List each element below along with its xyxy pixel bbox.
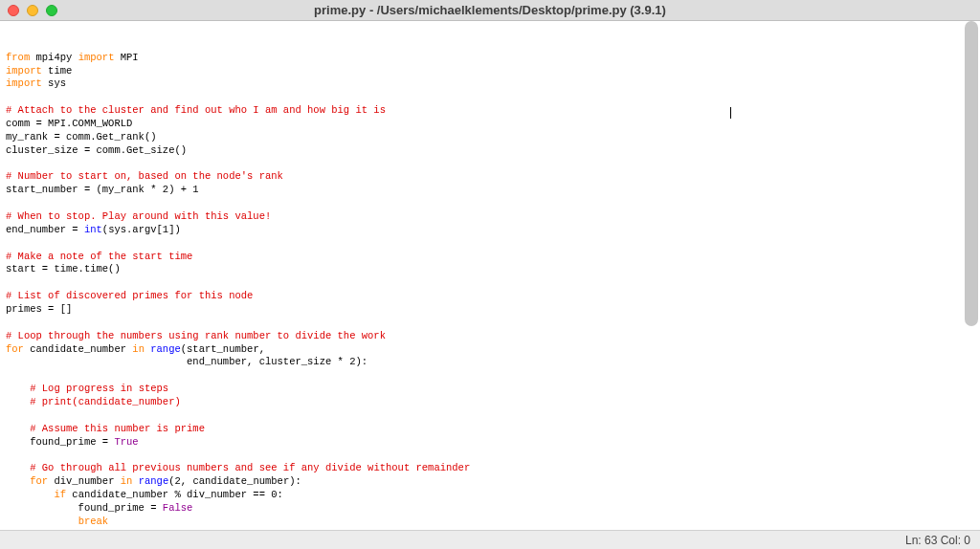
code-line[interactable]: import sys — [6, 77, 974, 91]
code-editor[interactable]: from mpi4py import MPIimport timeimport … — [0, 21, 980, 530]
code-line[interactable] — [6, 276, 974, 290]
code-line[interactable] — [6, 317, 974, 330]
code-line[interactable]: # Assume this number is prime — [6, 423, 974, 436]
code-line[interactable] — [6, 529, 974, 530]
code-line[interactable]: # List of discovered primes for this nod… — [6, 290, 974, 303]
vertical-scrollbar[interactable] — [965, 21, 978, 530]
code-line[interactable]: start = time.time() — [6, 263, 974, 276]
code-line[interactable] — [6, 369, 974, 383]
code-line[interactable]: for candidate_number in range(start_numb… — [6, 343, 974, 357]
code-line[interactable]: # Loop through the numbers using rank nu… — [6, 330, 974, 343]
code-line[interactable] — [6, 409, 974, 423]
statusbar: Ln: 63 Col: 0 — [0, 530, 980, 549]
scrollbar-thumb[interactable] — [965, 21, 978, 326]
code-line[interactable]: # Go through all previous numbers and se… — [6, 462, 974, 475]
code-line[interactable]: comm = MPI.COMM_WORLD — [6, 118, 974, 131]
code-line[interactable]: # print(candidate_number) — [6, 396, 974, 409]
text-caret — [730, 107, 731, 119]
code-line[interactable]: cluster_size = comm.Get_size() — [6, 144, 974, 158]
code-line[interactable] — [6, 450, 974, 463]
code-line[interactable]: from mpi4py import MPI — [6, 52, 974, 65]
code-line[interactable]: import time — [6, 65, 974, 78]
cursor-position: Ln: 63 Col: 0 — [905, 534, 970, 547]
code-line[interactable]: break — [6, 516, 974, 529]
code-line[interactable] — [6, 158, 974, 171]
code-line[interactable] — [6, 91, 974, 104]
code-line[interactable]: my_rank = comm.Get_rank() — [6, 131, 974, 144]
code-line[interactable]: if candidate_number % div_number == 0: — [6, 489, 974, 502]
code-line[interactable]: # Number to start on, based on the node'… — [6, 170, 974, 184]
code-line[interactable]: # When to stop. Play around with this va… — [6, 210, 974, 224]
code-line[interactable] — [6, 197, 974, 210]
code-line[interactable]: end_number, cluster_size * 2): — [6, 356, 974, 369]
code-line[interactable]: found_prime = False — [6, 502, 974, 516]
titlebar: prime.py - /Users/michaelklements/Deskto… — [0, 0, 980, 21]
code-line[interactable]: # Make a note of the start time — [6, 251, 974, 264]
code-line[interactable]: # Attach to the cluster and find out who… — [6, 104, 974, 118]
code-line[interactable]: found_prime = True — [6, 436, 974, 450]
code-line[interactable]: # Log progress in steps — [6, 383, 974, 396]
code-line[interactable]: start_number = (my_rank * 2) + 1 — [6, 184, 974, 197]
window-title: prime.py - /Users/michaelklements/Deskto… — [0, 3, 980, 17]
code-line[interactable]: for div_number in range(2, candidate_num… — [6, 475, 974, 489]
code-line[interactable]: end_number = int(sys.argv[1]) — [6, 224, 974, 237]
code-line[interactable] — [6, 237, 974, 251]
code-line[interactable]: primes = [] — [6, 303, 974, 317]
